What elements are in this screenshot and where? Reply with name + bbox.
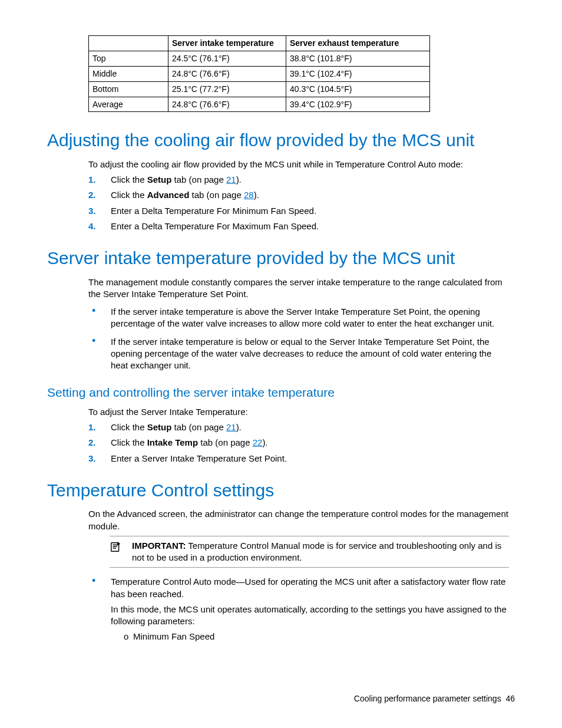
bold-term: Setup [147, 422, 172, 432]
tempctl-section: On the Advanced screen, the administrato… [88, 508, 509, 643]
table-row: Average 24.8°C (76.6°F) 39.4°C (102.9°F) [89, 97, 430, 112]
steps-list: 1. Click the Setup tab (on page 21). 2. … [88, 174, 509, 232]
footer-page-number: 46 [505, 694, 515, 703]
step-number: 2. [88, 189, 96, 201]
table-header: Server intake temperature [168, 36, 286, 51]
bold-term: Advanced [147, 190, 190, 200]
page-link[interactable]: 28 [244, 190, 254, 200]
sub-bullet: o [124, 631, 133, 643]
step-text: ). [236, 422, 242, 432]
important-text: IMPORTANT: Temperature Control Manual mo… [132, 540, 509, 564]
intake-cell: 24.5°C (76.1°F) [168, 51, 286, 66]
step-text: tab (on page [171, 174, 226, 185]
paragraph: To adjust the cooling air flow provided … [88, 159, 509, 170]
sub-item-text: Minimum Fan Speed [133, 631, 214, 641]
important-icon [110, 541, 123, 564]
bullet-list: If the server intake temperature is abov… [88, 306, 509, 371]
steps-list: 1. Click the Setup tab (on page 21). 2. … [88, 421, 509, 465]
table-row: Bottom 25.1°C (77.2°F) 40.3°C (104.5°F) [89, 81, 430, 97]
important-body: Temperature Control Manual mode is for s… [132, 541, 501, 562]
step-item: 2. Click the Intake Temp tab (on page 22… [88, 437, 509, 449]
exhaust-cell: 38.8°C (101.8°F) [286, 51, 430, 66]
list-item: If the server intake temperature is belo… [88, 336, 509, 372]
bullet-list: Temperature Control Auto mode—Used for o… [88, 576, 509, 643]
table-header [89, 36, 168, 51]
table-row: Top 24.5°C (76.1°F) 38.8°C (101.8°F) [89, 51, 430, 66]
step-number: 1. [88, 174, 96, 186]
paragraph: In this mode, the MCS unit operates auto… [111, 604, 509, 628]
footer-section: Cooling performance parameter settings [354, 694, 501, 703]
exhaust-cell: 39.1°C (102.4°F) [286, 66, 430, 81]
step-number: 1. [88, 421, 96, 433]
step-text: ). [262, 437, 267, 447]
important-callout: IMPORTANT: Temperature Control Manual mo… [110, 536, 509, 568]
exhaust-cell: 39.4°C (102.9°F) [286, 97, 430, 112]
step-item: 3. Enter a Delta Temperature For Minimum… [88, 205, 509, 217]
intake-cell: 25.1°C (77.2°F) [168, 81, 286, 97]
step-text: Enter a Delta Temperature For Maximum Fa… [111, 221, 319, 231]
step-item: 1. Click the Setup tab (on page 21). [88, 174, 509, 186]
row-label: Bottom [89, 81, 168, 97]
heading-setting-intake: Setting and controlling the server intak… [47, 384, 515, 401]
step-text: Click the [111, 174, 147, 185]
step-text: ). [254, 190, 259, 200]
step-text: Click the [111, 190, 147, 200]
heading-temp-control: Temperature Control settings [47, 479, 515, 503]
bold-term: Setup [147, 174, 172, 185]
step-text: tab (on page [171, 422, 226, 432]
sub-list: oMinimum Fan Speed [124, 631, 509, 643]
paragraph: The management module constantly compare… [88, 276, 509, 301]
intake-section: The management module constantly compare… [88, 276, 509, 372]
step-text: Enter a Server Intake Temperature Set Po… [111, 453, 287, 463]
page-link[interactable]: 21 [226, 174, 236, 185]
step-text: ). [236, 174, 242, 185]
row-label: Middle [89, 66, 168, 81]
page: Server intake temperature Server exhaust… [0, 0, 562, 728]
adjust-section: To adjust the cooling air flow provided … [88, 159, 509, 232]
step-item: 1. Click the Setup tab (on page 21). [88, 421, 509, 433]
page-link[interactable]: 22 [253, 437, 263, 447]
step-number: 4. [88, 220, 96, 232]
setting-section: To adjust the Server Intake Temperature:… [88, 406, 509, 465]
step-text: Enter a Delta Temperature For Minimum Fa… [111, 206, 316, 216]
footer: Cooling performance parameter settings 4… [354, 693, 515, 704]
step-number: 3. [88, 453, 96, 465]
important-label: IMPORTANT: [132, 541, 186, 551]
step-item: 3. Enter a Server Intake Temperature Set… [88, 453, 509, 465]
page-link[interactable]: 21 [226, 422, 236, 432]
step-number: 2. [88, 437, 96, 449]
table-row: Middle 24.8°C (76.6°F) 39.1°C (102.4°F) [89, 66, 430, 81]
intake-cell: 24.8°C (76.6°F) [168, 66, 286, 81]
bold-term: Intake Temp [147, 437, 198, 447]
paragraph: Temperature Control Auto mode—Used for o… [111, 576, 509, 600]
intake-cell: 24.8°C (76.6°F) [168, 97, 286, 112]
exhaust-cell: 40.3°C (104.5°F) [286, 81, 430, 97]
table-header-row: Server intake temperature Server exhaust… [89, 36, 430, 51]
paragraph: On the Advanced screen, the administrato… [88, 508, 509, 532]
row-label: Average [89, 97, 168, 112]
row-label: Top [89, 51, 168, 66]
step-item: 4. Enter a Delta Temperature For Maximum… [88, 220, 509, 232]
step-text: tab (on page [189, 190, 244, 200]
temperature-table: Server intake temperature Server exhaust… [88, 35, 430, 112]
list-item: If the server intake temperature is abov… [88, 306, 509, 330]
heading-adjust-cooling: Adjusting the cooling air flow provided … [47, 129, 515, 153]
step-text: tab (on page [198, 437, 253, 447]
step-item: 2. Click the Advanced tab (on page 28). [88, 189, 509, 201]
step-text: Click the [111, 437, 147, 447]
step-text: Click the [111, 422, 147, 432]
step-number: 3. [88, 205, 96, 217]
table-header: Server exhaust temperature [286, 36, 430, 51]
list-item: Temperature Control Auto mode—Used for o… [88, 576, 509, 643]
heading-server-intake: Server intake temperature provided by th… [47, 246, 515, 271]
paragraph: To adjust the Server Intake Temperature: [88, 406, 509, 418]
